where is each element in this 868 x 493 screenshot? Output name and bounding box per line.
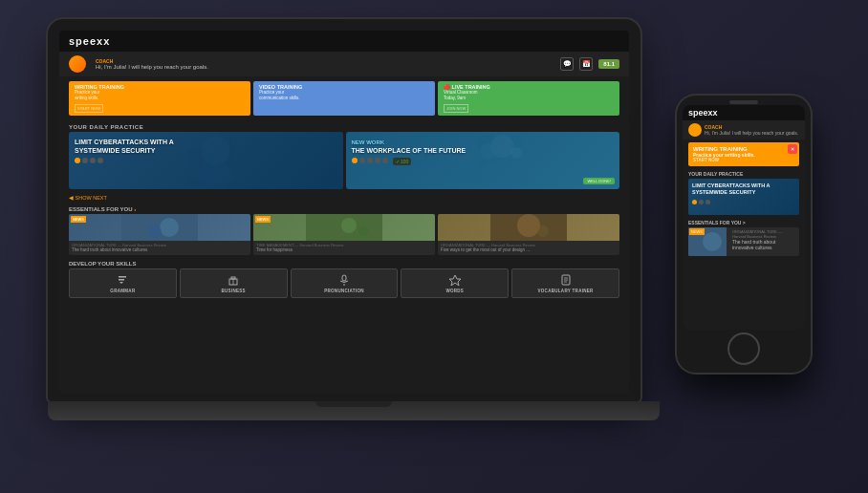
laptop-screen-inner: speexx COACH Hi, I'm Julia! I will help … — [59, 31, 629, 394]
card2-title: NEW WORKTHE WORKPLACE OF THE FUTURE — [352, 138, 615, 156]
essentials-title: ESSENTIALS FOR YOU › — [59, 204, 629, 214]
svg-point-30 — [703, 232, 722, 251]
svg-rect-17 — [119, 279, 124, 281]
scene: speexx COACH Hi, I'm Julia! I will help … — [0, 0, 868, 493]
svg-point-1 — [196, 163, 234, 186]
skill-words[interactable]: WORDS — [401, 268, 509, 298]
news-card-2[interactable]: NEWS TIME MANAGEMENT — Harvard Business … — [253, 214, 435, 255]
calendar-icon[interactable]: 📅 — [579, 57, 593, 71]
vocabulary-label: VOCABULARY TRAINER — [538, 289, 594, 293]
words-icon — [448, 273, 462, 287]
card1-dots — [75, 158, 337, 163]
skill-business[interactable]: BUSINESS — [180, 268, 288, 298]
phone: speexx COACH Hi, I'm Julia! I will help … — [677, 96, 811, 373]
svg-point-8 — [160, 218, 179, 237]
phone-writing-cta: START NOW — [693, 158, 794, 162]
business-label: BUSINESS — [221, 289, 245, 293]
svg-point-12 — [358, 226, 368, 236]
phone-logo: speexx — [688, 108, 718, 118]
skill-grammar[interactable]: GRAMMAR — [69, 268, 177, 298]
app-content: speexx COACH Hi, I'm Julia! I will help … — [59, 31, 629, 394]
daily-practice-title: YOUR DAILY PRACTICE — [59, 120, 629, 132]
phone-avatar — [688, 123, 702, 137]
phone-news-title: The hard truth about innovative cultures — [732, 239, 796, 250]
svg-rect-16 — [119, 276, 126, 278]
news-text-3: ORGANIZATIONAL TURE — Harvard Business R… — [438, 241, 619, 255]
coach-bar: COACH Hi, I'm Julia! I will help you rea… — [59, 52, 629, 76]
develop-title: DEVELOP YOUR SKILLS — [59, 259, 629, 268]
laptop-screen-outer: speexx COACH Hi, I'm Julia! I will help … — [48, 19, 640, 401]
phone-writing-button[interactable]: WRITING TRAINING Practice your writing s… — [688, 142, 799, 166]
phone-news-source: ORGANIZATIONAL TURE — Harvard Business R… — [732, 229, 796, 239]
practice-card-1[interactable]: LIMIT CYBERATTACKS WITH ASYSTEMWIDE SECU… — [69, 132, 343, 189]
card2-dots: ✓ 100 — [352, 158, 615, 165]
phone-essentials-title: ESSENTIALS FOR YOU > — [683, 218, 805, 227]
daily-practice: LIMIT CYBERATTACKS WITH ASYSTEMWIDE SECU… — [59, 132, 629, 193]
svg-point-9 — [148, 225, 162, 238]
news-cards: NEWS ORGANIZATIONAL TURE — Harvard Busin… — [59, 214, 629, 259]
show-next[interactable]: ◀ SHOW NEXT — [59, 193, 629, 204]
pronunciation-icon — [337, 273, 351, 287]
business-icon — [227, 273, 240, 287]
pronunciation-label: PRONUNCIATION — [324, 289, 364, 293]
laptop-base — [48, 401, 660, 420]
practice-card-2[interactable]: NEW WORKTHE WORKPLACE OF THE FUTURE ✓ 10… — [346, 132, 620, 189]
training-buttons: WRITING TRAINING Practice yourwriting sk… — [59, 76, 629, 120]
news-badge-1: NEWS — [71, 216, 86, 223]
phone-news-badge: NEWS — [689, 228, 705, 235]
vocabulary-icon — [559, 273, 573, 287]
chat-icon[interactable]: 💬 — [560, 57, 574, 71]
news-badge-2: NEWS — [255, 216, 271, 223]
coach-icons: 💬 📅 81.1 — [560, 57, 619, 71]
phone-coach-bar: COACH Hi, I'm Julia! I will help you rea… — [683, 120, 805, 139]
phone-screen: speexx COACH Hi, I'm Julia! I will help … — [683, 105, 805, 330]
svg-point-6 — [478, 163, 526, 186]
news-img-3 — [438, 214, 619, 241]
phone-news-card[interactable]: NEWS ORGANIZATIONAL TURE — Harvard Busin… — [688, 227, 799, 256]
skill-buttons: GRAMMAR BUSINESS PRONUNCIA — [59, 268, 629, 298]
phone-practice-card[interactable]: LIMIT CYBERATTACKS WITH A SYSTEMWIDE SEC… — [688, 179, 799, 215]
card1-title: LIMIT CYBERATTACKS WITH ASYSTEMWIDE SECU… — [75, 138, 337, 155]
phone-news-content: ORGANIZATIONAL TURE — Harvard Business R… — [729, 227, 799, 256]
news-img-1: NEWS — [69, 214, 250, 241]
news-card-1[interactable]: NEWS ORGANIZATIONAL TURE — Harvard Busin… — [69, 214, 250, 255]
svg-point-15 — [537, 225, 549, 237]
svg-rect-22 — [342, 275, 346, 281]
svg-point-14 — [517, 214, 540, 237]
svg-point-11 — [341, 218, 357, 233]
laptop: speexx COACH Hi, I'm Julia! I will help … — [48, 19, 660, 459]
writing-training-button[interactable]: WRITING TRAINING Practice yourwriting sk… — [69, 81, 250, 116]
phone-card-title: LIMIT CYBERATTACKS WITH A SYSTEMWIDE SEC… — [692, 182, 795, 196]
grammar-icon — [116, 273, 129, 287]
news-card-3[interactable]: ORGANIZATIONAL TURE — Harvard Business R… — [438, 214, 619, 255]
svg-rect-20 — [231, 277, 235, 279]
phone-close-icon[interactable]: ✕ — [788, 144, 797, 154]
svg-marker-24 — [449, 275, 461, 286]
live-training-button[interactable]: 🔴 LIVE TRAINING Virtual ClassroomToday, … — [438, 81, 619, 116]
app-header: speexx — [59, 31, 629, 52]
phone-outer: speexx COACH Hi, I'm Julia! I will help … — [677, 96, 811, 373]
phone-daily-title: YOUR DAILY PRACTICE — [683, 169, 805, 179]
well-done-badge: WELL DONE! — [583, 178, 615, 184]
score-badge: 81.1 — [598, 59, 619, 69]
grammar-label: GRAMMAR — [110, 289, 135, 293]
news-text-2: TIME MANAGEMENT — Harvard Business Revie… — [253, 241, 435, 255]
phone-app: speexx COACH Hi, I'm Julia! I will help … — [683, 105, 805, 330]
svg-marker-18 — [119, 282, 123, 284]
avatar — [69, 55, 86, 73]
news-text-1: ORGANIZATIONAL TURE — Harvard Business R… — [69, 241, 250, 255]
skill-vocabulary[interactable]: VOCABULARY TRAINER — [511, 268, 619, 298]
skill-pronunciation[interactable]: PRONUNCIATION — [291, 268, 399, 298]
words-label: WORDS — [445, 289, 464, 293]
phone-header: speexx — [683, 105, 805, 120]
phone-coach-text: Hi, I'm Julia! I will help you reach you… — [705, 130, 798, 136]
phone-news-img: NEWS — [688, 227, 727, 256]
app-logo: speexx — [69, 35, 110, 47]
news-img-2: NEWS — [253, 214, 435, 241]
coach-text: Hi, I'm Julia! I will help you reach you… — [96, 64, 208, 70]
video-training-button[interactable]: VIDEO TRAINING Practice yourcommunicatio… — [253, 81, 435, 116]
